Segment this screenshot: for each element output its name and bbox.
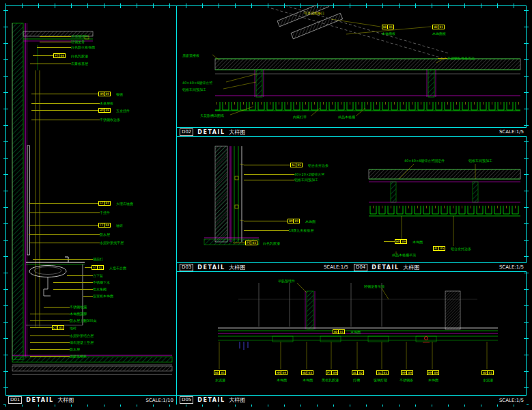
leader-line bbox=[31, 110, 98, 111]
detail-scale: SCALE:1/5 bbox=[499, 398, 524, 403]
leader-line bbox=[244, 174, 294, 175]
panel-d01-wall-section: 吊顶预埋件轻钢龙骨白色防火板饰面PT04白色乳胶漆石膏板基层HM09银镜木基层板… bbox=[5, 5, 176, 405]
annotation-text: 木饰面踢脚 bbox=[70, 312, 87, 316]
leader-line bbox=[53, 289, 93, 290]
detail-title: DETAIL bbox=[26, 397, 53, 403]
leader-line bbox=[30, 64, 71, 64]
leader-line bbox=[53, 282, 93, 283]
annotation-text: 石膏板基层 bbox=[71, 62, 88, 66]
d02-titlebar: D02 DETAIL 大样图 SCALE:1/5 bbox=[177, 127, 527, 137]
detail-subtitle: 大样图 bbox=[404, 264, 420, 271]
panel-d02-ceiling-section: 可开启检修口WD01木饰面板WD01木饰面板不锈钢装饰条压边原建筑楼板40×40… bbox=[177, 5, 527, 137]
annotation-text: 木饰面 bbox=[350, 330, 361, 334]
detail-title: DETAIL bbox=[197, 264, 225, 271]
detail-subtitle: 大样图 bbox=[229, 264, 246, 271]
panel-d03-wall-detail: AL05铝合金封边条40×20×2镀锌方管铝板车间预加工HM09木饰面18厚九夹… bbox=[177, 137, 351, 272]
material-code-tag: HM09 bbox=[395, 239, 407, 244]
annotation-text: 铝合金封边条 bbox=[451, 247, 471, 251]
leader-line bbox=[37, 47, 71, 48]
d02-annotations: 可开启检修口WD01木饰面板WD01木饰面板不锈钢装饰条压边原建筑楼板40×40… bbox=[177, 5, 527, 137]
annotation-text: 木基层板 bbox=[100, 101, 113, 105]
leader-line bbox=[30, 356, 70, 357]
leader-line bbox=[384, 241, 395, 242]
leader-line bbox=[29, 213, 100, 213]
leader-line bbox=[438, 58, 447, 59]
detail-code: D01 bbox=[8, 396, 22, 404]
annotation-text: 成品木格栅 bbox=[338, 115, 355, 119]
annotation-text: 人造石台面 bbox=[109, 266, 126, 270]
leader-line bbox=[33, 259, 93, 260]
annotation-text: 铝合金封边条 bbox=[308, 163, 328, 167]
material-code-tag: AL05 bbox=[433, 246, 445, 251]
annotation-text: 木饰面 bbox=[412, 240, 423, 244]
panel-d04-ceiling-detail: 40×40×4镀锌方管固定件铝板车间预加工HM09木饰面AL05铝合金封边条成品… bbox=[351, 137, 527, 272]
detail-title: DETAIL bbox=[372, 264, 399, 271]
annotation-text: 木饰面 bbox=[305, 219, 316, 223]
leader-line bbox=[244, 221, 288, 221]
material-code-tag: CT04 bbox=[98, 223, 111, 228]
material-code-tag: HM09 bbox=[401, 370, 413, 375]
leader-line bbox=[40, 42, 71, 42]
detail-scale: SCALE:1/5 bbox=[499, 264, 524, 270]
leader-line bbox=[244, 165, 290, 165]
annotation-text: 40×40×4镀锌方管 bbox=[182, 81, 212, 85]
material-code-tag: HM09 bbox=[98, 92, 111, 96]
detail-subtitle: 大样图 bbox=[229, 396, 246, 404]
leader-line bbox=[30, 320, 70, 321]
annotation-text: 水泥漆 bbox=[215, 378, 225, 382]
leader-line bbox=[30, 336, 70, 336]
annotation-text: 铝板车间预加工 bbox=[182, 87, 206, 92]
leader-line bbox=[31, 120, 100, 120]
material-code-tag: AL05 bbox=[290, 163, 303, 167]
detail-scale: SCALE:1/5 bbox=[499, 129, 524, 135]
annotation-text: 水泥漆 bbox=[483, 378, 493, 382]
leader-line bbox=[30, 314, 70, 314]
material-code-tag: HM09 bbox=[98, 108, 111, 113]
leader-line bbox=[30, 342, 70, 343]
annotation-text: 大理石墙面 bbox=[116, 202, 133, 206]
annotation-text: 不锈钢下水 bbox=[93, 280, 110, 284]
annotation-text: 40×20×2镀锌方管 bbox=[294, 172, 324, 176]
annotation-text: 木饰面 bbox=[277, 378, 287, 382]
annotation-text: 防水层 bbox=[70, 347, 80, 351]
d05-titlebar: D05 DETAIL 大样图 SCALE:1/5 bbox=[177, 395, 527, 405]
material-code-tag: WD01 bbox=[333, 329, 345, 334]
material-code-tag: ST01 bbox=[98, 201, 111, 206]
annotation-text: 原建筑楼板 bbox=[70, 354, 87, 358]
annotation-text: 地砖 bbox=[70, 326, 76, 330]
annotation-text: 铝板车间预加工 bbox=[468, 159, 492, 163]
annotation-text: 轻钢龙骨 bbox=[71, 40, 85, 44]
detail-code: D03 bbox=[180, 264, 193, 271]
annotation-text: 黑色乳胶漆 bbox=[322, 378, 339, 382]
annotation-text: 水泥砂浆找平层 bbox=[100, 241, 124, 245]
leader-line bbox=[31, 94, 98, 94]
annotation-text: 银镜 bbox=[116, 92, 123, 96]
d01-annotations: 吊顶预埋件轻钢龙骨白色防火板饰面PT04白色乳胶漆石膏板基层HM09银镜木基层板… bbox=[5, 5, 176, 405]
leader-line bbox=[85, 267, 92, 268]
annotation-text: 轻钢龙骨吊顶 bbox=[364, 284, 384, 288]
material-code-tag: HM09 bbox=[427, 370, 439, 375]
annotation-text: 不锈钢条 bbox=[400, 378, 413, 382]
material-code-tag: PT09 bbox=[326, 370, 338, 375]
detail-scale: SCALE:1/10 bbox=[145, 398, 173, 403]
annotation-text: 细石混凝土垫层 bbox=[70, 340, 94, 344]
detail-code: D04 bbox=[354, 264, 367, 271]
detail-scale: SCALE:1/5 bbox=[324, 264, 348, 270]
annotation-text: 内藏灯带 bbox=[293, 115, 307, 119]
material-code-tag: PT03 bbox=[245, 241, 257, 245]
leader-line bbox=[30, 327, 52, 328]
material-code-tag: WD01 bbox=[481, 370, 494, 375]
cad-drawing-sheet: 吊顶预埋件轻钢龙骨白色防火板饰面PT04白色乳胶漆石膏板基层HM09银镜木基层板… bbox=[0, 0, 532, 410]
annotation-text: 可开启检修口 bbox=[304, 11, 324, 15]
material-code-tag: WD01 bbox=[432, 25, 445, 29]
leader-line bbox=[44, 307, 70, 308]
d03-annotations: AL05铝合金封边条40×20×2镀锌方管铝板车间预加工HM09木饰面18厚九夹… bbox=[177, 137, 351, 272]
annotation-text: 成品木格栅吊顶 bbox=[392, 253, 416, 257]
leader-line bbox=[29, 243, 100, 243]
annotation-text: 原建筑楼板 bbox=[182, 53, 199, 57]
leader-line bbox=[29, 203, 98, 204]
annotation-text: 铝板车间预加工 bbox=[294, 178, 318, 182]
d01-titlebar: D01 DETAIL 大样图 SCALE:1/10 bbox=[5, 395, 176, 405]
leader-line bbox=[83, 296, 93, 297]
annotation-text: 天花剔槽详图纸 bbox=[200, 113, 224, 118]
